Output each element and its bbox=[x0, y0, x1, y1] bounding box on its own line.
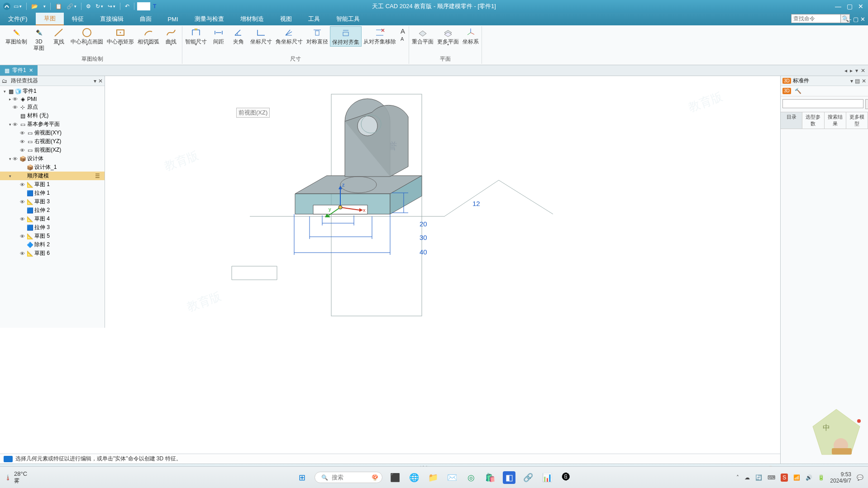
tree-sequential[interactable]: ▾顺序建模☰ bbox=[0, 172, 105, 180]
parts-search-input[interactable] bbox=[782, 99, 863, 108]
text-tool[interactable]: T bbox=[151, 2, 158, 10]
tree-design1[interactable]: 📦设计体_1 bbox=[0, 163, 105, 172]
mail-icon[interactable]: ✉️ bbox=[446, 471, 458, 484]
menu-surface[interactable]: 曲面 bbox=[132, 13, 160, 25]
tree-sketch5[interactable]: 👁📐草图 5 bbox=[0, 232, 105, 240]
tab-results[interactable]: 搜索结果 bbox=[825, 112, 846, 129]
tree-sketch6[interactable]: 👁📐草图 6 bbox=[0, 249, 105, 258]
floating-avatar[interactable]: 中 bbox=[809, 406, 863, 460]
menu-additive[interactable]: 增材制造 bbox=[232, 13, 272, 25]
parts-search-button[interactable]: 搜索 bbox=[865, 99, 868, 109]
select-tool[interactable]: ↖▾ bbox=[137, 2, 150, 10]
coincident-plane-button[interactable]: 重合平面 bbox=[410, 26, 435, 46]
tree-extrude2[interactable]: 🟦拉伸 2 bbox=[0, 206, 105, 215]
tree-sketch3[interactable]: 👁📐草图 3 bbox=[0, 197, 105, 206]
3d-viewport[interactable]: 教育版 教育版 教育版 教育版 前视图(XZ) 阮家誉 bbox=[105, 76, 868, 328]
tree-pmi[interactable]: ▸👁◈PMI bbox=[0, 96, 105, 103]
explorer-icon[interactable]: 📁 bbox=[427, 471, 439, 484]
sketch-draw-button[interactable]: ✏️草图绘制 bbox=[4, 26, 29, 46]
save-button[interactable]: ▾ bbox=[41, 3, 48, 10]
tray-icon-1[interactable]: 🔄 bbox=[755, 474, 762, 481]
settings-button[interactable]: ⚙ bbox=[84, 2, 93, 10]
start-button[interactable]: ⊞ bbox=[296, 471, 308, 484]
new-doc-button[interactable]: ▭▾ bbox=[12, 2, 24, 10]
tray-icon-2[interactable]: ⌨ bbox=[768, 474, 775, 481]
link-button[interactable]: 🔗▾ bbox=[65, 2, 78, 10]
cs-button[interactable]: 坐标系 bbox=[461, 26, 481, 46]
3d-tool-icon[interactable]: 3D bbox=[782, 88, 791, 94]
excel-icon[interactable]: 📊 bbox=[541, 471, 553, 484]
taskbar-search-input[interactable] bbox=[332, 474, 368, 481]
edge2-icon[interactable]: ◎ bbox=[465, 471, 477, 484]
maximize-button[interactable]: ▢ bbox=[847, 3, 853, 10]
clock[interactable]: 9:53 2024/9/7 bbox=[830, 471, 851, 484]
menu-measure[interactable]: 测量与检查 bbox=[186, 13, 232, 25]
ime-icon[interactable]: S bbox=[781, 474, 788, 482]
tab-more[interactable]: 更多模型 bbox=[846, 112, 868, 129]
tree-design[interactable]: ▾👁📦设计体 bbox=[0, 154, 105, 163]
smart-dim-button[interactable]: 智能尺寸▾ bbox=[183, 26, 209, 46]
command-search-input[interactable] bbox=[791, 14, 841, 23]
tree-root[interactable]: ▾▦🧊零件1 bbox=[0, 87, 105, 96]
rpanel-menu[interactable]: ▤ bbox=[855, 78, 860, 84]
hammer-icon[interactable]: 🔨 bbox=[795, 88, 801, 94]
edge-icon[interactable]: 🌐 bbox=[408, 471, 420, 484]
minimize-button[interactable]: — bbox=[835, 3, 841, 10]
weather-widget[interactable]: 🌡️ 28°C 雾 bbox=[5, 470, 27, 485]
circle-button[interactable]: 中心和点画圆▾ bbox=[69, 26, 105, 46]
undo-button[interactable]: ↶ bbox=[123, 2, 131, 10]
menu-file[interactable]: 文件(F) bbox=[0, 13, 36, 25]
tree-material[interactable]: ▤材料 (无) bbox=[0, 111, 105, 120]
coord-dim-button[interactable]: 坐标尺寸 bbox=[248, 26, 274, 46]
tree-refplanes[interactable]: ▾👁▭基本参考平面 bbox=[0, 120, 105, 129]
inner-minimize[interactable]: — bbox=[845, 16, 851, 23]
tree-extrude1[interactable]: 🟦拉伸 1 bbox=[0, 189, 105, 197]
font-bigger[interactable]: A bbox=[401, 27, 405, 35]
taskview-icon[interactable]: ⬛ bbox=[389, 471, 401, 484]
store-icon[interactable]: 🛍️ bbox=[484, 471, 496, 484]
paste-button[interactable]: 📋 bbox=[53, 2, 64, 10]
menu-tools[interactable]: 工具 bbox=[300, 13, 328, 25]
wifi-icon[interactable]: 📶 bbox=[793, 474, 800, 481]
remove-align-button[interactable]: 从对齐集移除 bbox=[362, 26, 398, 46]
gap-button[interactable]: 间距 bbox=[209, 26, 229, 46]
tab-list[interactable]: ▾ bbox=[855, 67, 858, 74]
menu-smart[interactable]: 智能工具 bbox=[328, 13, 368, 25]
doc-tab-close[interactable]: ✕ bbox=[29, 67, 33, 73]
help-button[interactable]: ? bbox=[835, 16, 839, 23]
tree-plane-top[interactable]: 👁▭俯视图(XY) bbox=[0, 129, 105, 137]
3d-sketch-button[interactable]: ✒️3D 草图 bbox=[29, 26, 49, 52]
menu-feature[interactable]: 特征 bbox=[64, 13, 92, 25]
tab-close-all[interactable]: ✕ bbox=[861, 67, 865, 74]
rect-button[interactable]: 中心画矩形▾ bbox=[105, 26, 136, 46]
redo-button[interactable]: ↪▾ bbox=[106, 2, 117, 10]
notifications-icon[interactable]: 💬 bbox=[857, 474, 863, 481]
tab-params[interactable]: 选型参数 bbox=[802, 112, 824, 129]
tree-extrude3[interactable]: 🟦拉伸 3 bbox=[0, 223, 105, 232]
onedrive-icon[interactable]: ☁ bbox=[744, 474, 750, 481]
inner-restore[interactable]: ▢ bbox=[853, 16, 858, 23]
doc-tab-part1[interactable]: ▦ 零件1 ✕ bbox=[0, 65, 38, 76]
curve-button[interactable]: 曲线▾ bbox=[161, 26, 181, 46]
refresh-button[interactable]: ↻▾ bbox=[94, 2, 105, 10]
app-blue-icon[interactable]: ◧ bbox=[503, 471, 515, 484]
rpanel-pin[interactable]: ▾ bbox=[850, 78, 853, 84]
tab-prev[interactable]: ◂ bbox=[844, 67, 847, 74]
cad-icon[interactable]: 🅖 bbox=[560, 471, 572, 484]
line-button[interactable]: 直线▾ bbox=[49, 26, 69, 46]
rpanel-close[interactable]: ✕ bbox=[862, 78, 866, 84]
angcoord-button[interactable]: 角坐标尺寸 bbox=[274, 26, 305, 46]
tree-plane-front[interactable]: 👁▭前视图(XZ) bbox=[0, 146, 105, 154]
arc-button[interactable]: 相切圆弧▾ bbox=[136, 26, 161, 46]
tree-sketch4[interactable]: 👁📐草图 4 bbox=[0, 215, 105, 223]
menu-pmi[interactable]: PMI bbox=[160, 13, 186, 25]
tree-sketch1[interactable]: 👁📐草图 1 bbox=[0, 180, 105, 189]
tray-expand[interactable]: ˄ bbox=[736, 474, 739, 481]
angle-button[interactable]: 夹角 bbox=[229, 26, 248, 46]
menu-direct[interactable]: 直接编辑 bbox=[92, 13, 132, 25]
menu-view[interactable]: 视图 bbox=[272, 13, 300, 25]
inner-close[interactable]: ✕ bbox=[860, 16, 865, 23]
volume-icon[interactable]: 🔊 bbox=[806, 474, 812, 481]
symdiam-button[interactable]: 对称直径 bbox=[305, 26, 330, 46]
tab-next[interactable]: ▸ bbox=[850, 67, 853, 74]
